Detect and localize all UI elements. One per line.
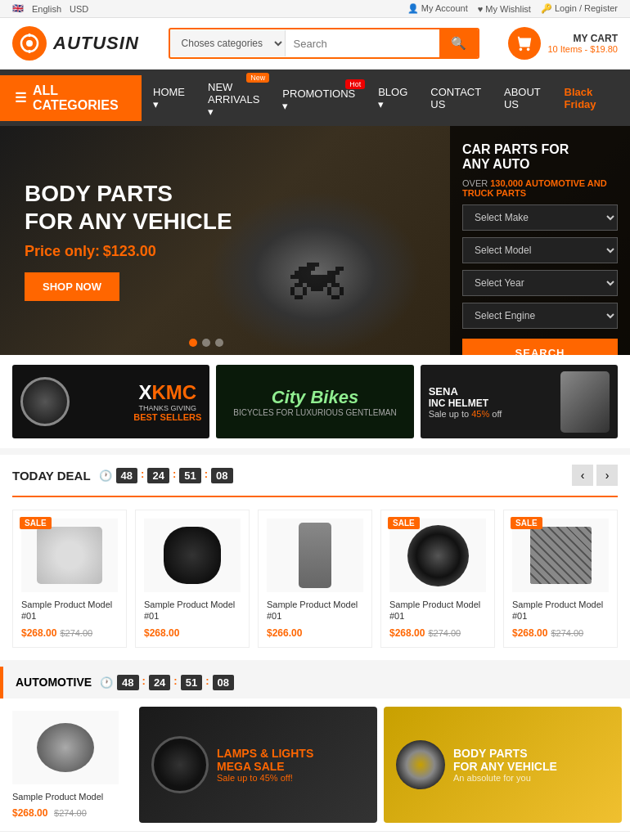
auto-timer-seconds: 51 xyxy=(181,675,202,690)
promo-banner-kmc[interactable]: XKMC THANKS GIVING BEST SELLERS xyxy=(12,365,209,438)
hero-dots xyxy=(189,339,223,347)
logo-icon xyxy=(12,26,47,61)
product-price: $268.00 xyxy=(21,627,56,639)
header: AUTUSIN Choses categories 🔍 MY CART 10 I… xyxy=(0,18,630,70)
hero-right-panel: CAR PARTS FOR ANY AUTO OVER 130,000 AUTO… xyxy=(450,126,630,355)
select-year[interactable]: Select Year xyxy=(462,270,618,296)
auto-product-old-price: $274.00 xyxy=(54,808,87,818)
promotions-badge: Hot xyxy=(345,79,365,89)
table-row: SALE Sample Product Model #01 $268.00$27… xyxy=(12,510,127,648)
select-engine[interactable]: Select Engine xyxy=(462,303,618,329)
automotive-banners: LAMPS & LIGHTSMEGA SALE Sale up to 45% o… xyxy=(131,699,630,831)
search-category-select[interactable]: Choses categories xyxy=(170,30,286,56)
nav-item-about[interactable]: ABOUT US xyxy=(493,78,552,119)
nav-item-new-arrivals[interactable]: NEW ARRIVALS ▾New xyxy=(196,70,271,126)
tire-image xyxy=(407,525,469,586)
top-bar-right: 👤 My Account ♥ My Wishlist 🔑 Login / Reg… xyxy=(407,3,618,14)
hero-right-title: CAR PARTS FOR ANY AUTO xyxy=(462,142,618,172)
product-image xyxy=(512,519,609,592)
logo-svg xyxy=(18,32,41,55)
hero-motorcycle-image: 🏍 xyxy=(172,126,458,355)
product-image xyxy=(389,519,486,592)
turbine-image xyxy=(12,711,119,784)
select-model[interactable]: Select Model xyxy=(462,237,618,263)
product-name: Sample Product Model #01 xyxy=(21,599,118,622)
body-banner-sub: An absolute for you xyxy=(453,773,557,783)
nav-item-blog[interactable]: BLOG ▾ xyxy=(367,78,419,119)
today-deal-products: SALE Sample Product Model #01 $268.00$27… xyxy=(12,510,618,648)
product-pricing: $268.00$274.00 xyxy=(21,627,118,639)
auto-timer-minutes: 24 xyxy=(149,675,170,690)
table-row: Sample Product Model #01 $268.00 xyxy=(135,510,250,648)
table-row: Sample Product Model #01 $266.00 xyxy=(258,510,372,648)
prev-arrow[interactable]: ‹ xyxy=(572,465,593,486)
select-make[interactable]: Select Make xyxy=(462,204,618,231)
clock-icon-auto: 🕐 xyxy=(100,676,113,689)
product-price-old: $274.00 xyxy=(60,628,92,638)
product-name: Sample Product Model #01 xyxy=(389,599,486,622)
nav-item-promotions[interactable]: PROMOTIONS ▾Hot xyxy=(271,76,367,120)
nav-item-home[interactable]: HOME ▾ xyxy=(142,78,196,119)
auto-timer-ms: 08 xyxy=(213,675,234,690)
table-row: SALE Sample Product Model #01 $268.00$27… xyxy=(380,510,495,648)
today-deal-title: TODAY DEAL 🕐 48 : 24 : 51 : 08 xyxy=(12,468,233,483)
promo-banner-sena[interactable]: SENA INC HELMET Sale up to 45% off xyxy=(421,365,618,438)
search-input[interactable] xyxy=(286,31,439,56)
banner-content: LAMPS & LIGHTSMEGA SALE Sale up to 45% o… xyxy=(151,736,365,793)
automotive-timer: 🕐 48 : 24 : 51 : 08 xyxy=(100,675,234,690)
sale-badge: SALE xyxy=(20,517,52,529)
timer-ms: 08 xyxy=(211,468,232,483)
shop-now-button[interactable]: SHOP NOW xyxy=(25,272,119,301)
logo[interactable]: AUTUSIN xyxy=(12,26,139,61)
automotive-header: AUTOMOTIVE 🕐 48 : 24 : 51 : 08 xyxy=(0,667,630,699)
nav-item-contact[interactable]: CONTACT US xyxy=(419,78,493,119)
hero-dot-3[interactable] xyxy=(215,339,223,347)
timer-minutes: 24 xyxy=(147,468,169,483)
lamps-banner-title: LAMPS & LIGHTSMEGA SALE xyxy=(217,747,313,773)
lamps-banner[interactable]: LAMPS & LIGHTSMEGA SALE Sale up to 45% o… xyxy=(139,707,377,823)
lamps-banner-sub: Sale up to 45% off! xyxy=(217,773,313,783)
cart-label: MY CART xyxy=(547,33,618,44)
black-friday-link[interactable]: Black Friday xyxy=(552,78,630,119)
product-pricing: $268.00$274.00 xyxy=(512,627,609,639)
next-arrow[interactable]: › xyxy=(596,465,618,486)
main-nav: ☰ ALL CATEGORIES HOME ▾ NEW ARRIVALS ▾Ne… xyxy=(0,70,630,126)
today-deal-nav: ‹ › xyxy=(572,465,618,486)
login-link[interactable]: 🔑 Login / Register xyxy=(541,3,618,14)
cart-section[interactable]: MY CART 10 Items - $19.80 xyxy=(508,27,618,60)
account-link[interactable]: 👤 My Account xyxy=(407,3,468,14)
auto-timer-hours: 48 xyxy=(117,675,138,690)
helmet-image xyxy=(560,371,610,433)
hero-search-button[interactable]: SEARCH xyxy=(462,339,618,355)
top-bar: 🇬🇧 English USD 👤 My Account ♥ My Wishlis… xyxy=(0,0,630,18)
helmet-product-image xyxy=(164,527,221,584)
wishlist-link[interactable]: ♥ My Wishlist xyxy=(478,4,531,14)
hero-dot-2[interactable] xyxy=(202,339,210,347)
product-pricing: $266.00 xyxy=(267,627,363,639)
categories-row: 🎒 Backpack ⚙ Belts 👔 Dress shirt 👖 Jeans… xyxy=(0,831,630,840)
menu-icon: ☰ xyxy=(15,90,26,106)
automotive-section: AUTOMOTIVE 🕐 48 : 24 : 51 : 08 Sample Pr… xyxy=(0,667,630,840)
top-bar-left: 🇬🇧 English USD xyxy=(12,3,88,14)
cart-icon xyxy=(508,27,541,60)
wheel-image xyxy=(20,377,70,426)
promo-banner-citybikes[interactable]: City Bikes BICYCLES FOR LUXURIOUS GENTLE… xyxy=(216,365,413,438)
all-categories-button[interactable]: ☰ ALL CATEGORIES xyxy=(0,75,142,121)
language-flag: 🇬🇧 xyxy=(12,3,24,14)
product-image xyxy=(267,519,363,592)
body-parts-banner[interactable]: BODY PARTSFOR ANY VEHICLE An absolute fo… xyxy=(384,707,622,823)
bottles-image xyxy=(299,523,331,588)
cart-svg xyxy=(515,34,533,52)
auto-product-name: Sample Product Model xyxy=(12,791,119,802)
product-price-old: $274.00 xyxy=(551,628,583,638)
header-search-button[interactable]: 🔍 xyxy=(439,29,478,57)
today-deal-header: TODAY DEAL 🕐 48 : 24 : 51 : 08 ‹ › xyxy=(12,455,618,497)
sena-text: SENA INC HELMET Sale up to 45% off xyxy=(429,385,502,419)
currency-selector[interactable]: USD xyxy=(70,4,88,14)
language-selector[interactable]: English xyxy=(32,4,61,14)
auto-timer-numbers: 48 : 24 : 51 : 08 xyxy=(117,675,234,690)
hero-dot-1[interactable] xyxy=(189,339,197,347)
body-banner-text: BODY PARTSFOR ANY VEHICLE An absolute fo… xyxy=(453,747,557,783)
timer-numbers: 48 : 24 : 51 : 08 xyxy=(116,468,233,483)
sale-badge: SALE xyxy=(511,517,542,529)
